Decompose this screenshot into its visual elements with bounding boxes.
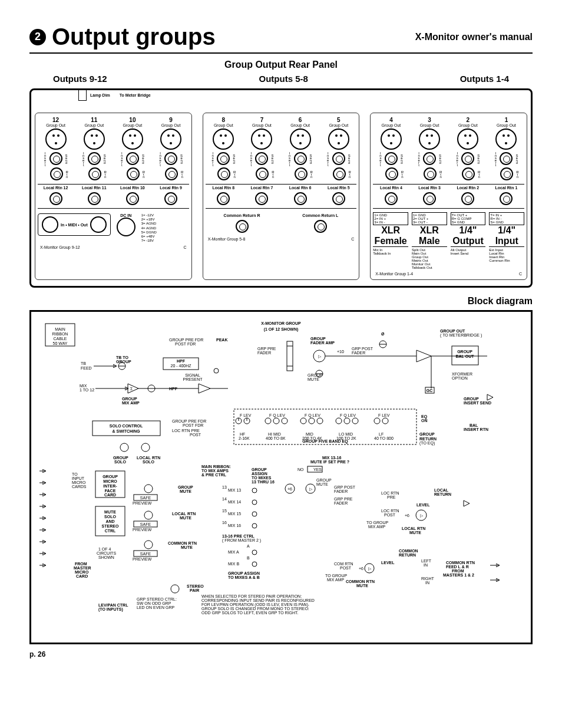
common-return-r: Common Return R — [224, 213, 260, 235]
svg-text:PAIR: PAIR — [190, 588, 199, 592]
svg-text:F  Q  LEV: F Q LEV — [340, 413, 356, 418]
svg-text:GROUP: GROUP — [316, 478, 332, 482]
local-rtn-8: Local Rtn 8 — [212, 186, 234, 190]
panel-section-5-8: 8Group Out InsertSend Rtn 7Group Out Ins… — [203, 113, 360, 280]
svg-text:FADER: FADER — [334, 489, 348, 493]
svg-text:+10: +10 — [337, 350, 344, 354]
svg-point-93 — [317, 418, 323, 424]
svg-text:MIX 13-16: MIX 13-16 — [322, 456, 341, 460]
svg-text:GROUP PRE FDR: GROUP PRE FDR — [172, 419, 206, 423]
section-number-badge: 2 — [29, 29, 46, 45]
svg-text:13 THRU 16: 13 THRU 16 — [252, 480, 275, 484]
local-rtn-6: Local Rtn 6 — [289, 186, 312, 190]
svg-text:INPUT: INPUT — [72, 476, 85, 480]
svg-point-145 — [252, 500, 257, 505]
svg-text:AND: AND — [105, 519, 114, 523]
local-rtn-10: Local Rtn 10 — [120, 186, 145, 190]
svg-text:XFORMER: XFORMER — [452, 372, 472, 376]
svg-point-88 — [265, 418, 271, 424]
svg-text:MUTE: MUTE — [316, 482, 328, 486]
svg-point-92 — [309, 418, 315, 424]
svg-text:TB TO: TB TO — [116, 355, 128, 360]
dc-pin-legend: 1= -12V 2= +18V 3= AGND 4= AGND 5= DGND … — [141, 213, 157, 243]
page-header: 2 Output groups X-Monitor owner's manual — [29, 24, 533, 54]
svg-text:(TO INPUTS): (TO INPUTS) — [98, 607, 123, 612]
svg-text:LOC RTN: LOC RTN — [381, 491, 399, 495]
svg-point-118 — [120, 443, 128, 452]
svg-text:1 OF 4: 1 OF 4 — [98, 547, 111, 551]
svg-text:100 TO 2K: 100 TO 2K — [336, 436, 356, 440]
svg-text:GROUP: GROUP — [419, 432, 435, 436]
svg-text:POST FDR: POST FDR — [183, 423, 203, 427]
svg-text:GROUP: GROUP — [103, 475, 118, 479]
svg-text:LEVEL: LEVEL — [381, 561, 395, 565]
midi-connectors: In • MIDI • Out — [38, 213, 111, 236]
svg-text:2-16K: 2-16K — [239, 436, 250, 440]
svg-text:ON: ON — [421, 419, 428, 423]
svg-point-186 — [252, 550, 257, 555]
group-out-5: 5Group Out InsertSend Rtn — [320, 117, 356, 182]
svg-text:PREVIEW: PREVIEW — [133, 557, 152, 561]
svg-text:FADER: FADER — [352, 351, 365, 355]
svg-text:+6: +6 — [359, 566, 363, 571]
svg-text:MUTE IF SET PRE ?: MUTE IF SET PRE ? — [310, 460, 349, 464]
svg-point-89 — [273, 418, 279, 424]
svg-text:A: A — [247, 544, 250, 548]
svg-text:F  Q  LEV: F Q LEV — [269, 413, 285, 418]
svg-text:GRP POST: GRP POST — [334, 485, 356, 489]
local-rtn-11: Local Rtn 11 — [82, 186, 107, 190]
svg-text:HPF: HPF — [177, 359, 186, 363]
svg-text:LEVEL: LEVEL — [416, 503, 430, 507]
svg-text:GROUP: GROUP — [464, 397, 479, 401]
svg-text:TO MIXES: TO MIXES — [252, 476, 272, 480]
svg-text:200 TO 4K: 200 TO 4K — [302, 436, 322, 440]
svg-text:STEREO: STEREO — [102, 524, 119, 528]
svg-marker-29 — [199, 384, 210, 393]
svg-text:MID: MID — [306, 432, 313, 436]
svg-point-94 — [336, 418, 342, 424]
svg-text:GROUP: GROUP — [113, 456, 128, 460]
svg-text:MUTE: MUTE — [180, 489, 191, 493]
svg-marker-71 — [487, 394, 493, 400]
svg-text:MIX A: MIX A — [228, 550, 239, 554]
svg-text:MIX AMP: MIX AMP — [122, 401, 140, 405]
svg-text:MICRO: MICRO — [103, 479, 117, 483]
svg-text:POST: POST — [384, 513, 396, 517]
svg-text:FADER AMP: FADER AMP — [310, 341, 335, 345]
svg-text:SW ON ODD GRP: SW ON ODD GRP — [137, 601, 171, 605]
svg-text:MICRO: MICRO — [75, 570, 89, 574]
svg-text:COMMON RTN: COMMON RTN — [168, 541, 197, 545]
svg-text:GRP PRE: GRP PRE — [257, 347, 276, 351]
svg-text:MUTE: MUTE — [308, 377, 319, 381]
svg-text:LED ON EVEN GRP: LED ON EVEN GRP — [137, 605, 175, 610]
svg-text:MUTE: MUTE — [409, 531, 421, 535]
svg-text:▷: ▷ — [420, 513, 424, 518]
svg-text:PREVIEW: PREVIEW — [133, 501, 152, 505]
group-out-6: 6Group Out InsertSend Rtn — [282, 117, 318, 182]
svg-point-227 — [144, 511, 153, 519]
svg-text:GRP PRE: GRP PRE — [334, 497, 353, 501]
svg-text:PREVIEW: PREVIEW — [133, 528, 152, 532]
svg-text:SOLO: SOLO — [143, 460, 154, 464]
svg-text:MAIN RIBBON:: MAIN RIBBON: — [201, 465, 231, 469]
svg-text:POST: POST — [190, 433, 201, 437]
svg-text:RIBBON: RIBBON — [52, 332, 68, 336]
svg-text:NO: NO — [297, 467, 304, 472]
svg-text:TO GROUP: TO GROUP — [366, 521, 389, 525]
svg-text:GRP POST: GRP POST — [352, 347, 373, 351]
svg-text:PEAK: PEAK — [216, 338, 227, 342]
svg-point-246 — [171, 585, 179, 593]
svg-text:MIX 14: MIX 14 — [228, 500, 241, 504]
group-out-11: 11Group Out InsertSend Rtn — [76, 117, 112, 182]
svg-text:MUTE: MUTE — [356, 584, 368, 588]
svg-text:LO MID: LO MID — [339, 432, 353, 436]
svg-text:Σ: Σ — [130, 387, 133, 391]
svg-text:(1 OF 12 SHOWN): (1 OF 12 SHOWN) — [264, 327, 299, 332]
svg-text:LOC RTN: LOC RTN — [381, 509, 399, 513]
svg-text:GROUP: GROUP — [252, 467, 267, 472]
svg-text:RETURN: RETURN — [419, 437, 437, 441]
group-out-3: 3Group Out InsertSend Rtn — [412, 117, 448, 182]
svg-text:ASSIGN: ASSIGN — [252, 472, 267, 476]
svg-text:CABLE: CABLE — [54, 337, 67, 341]
svg-text:F  LEV: F LEV — [378, 413, 390, 417]
